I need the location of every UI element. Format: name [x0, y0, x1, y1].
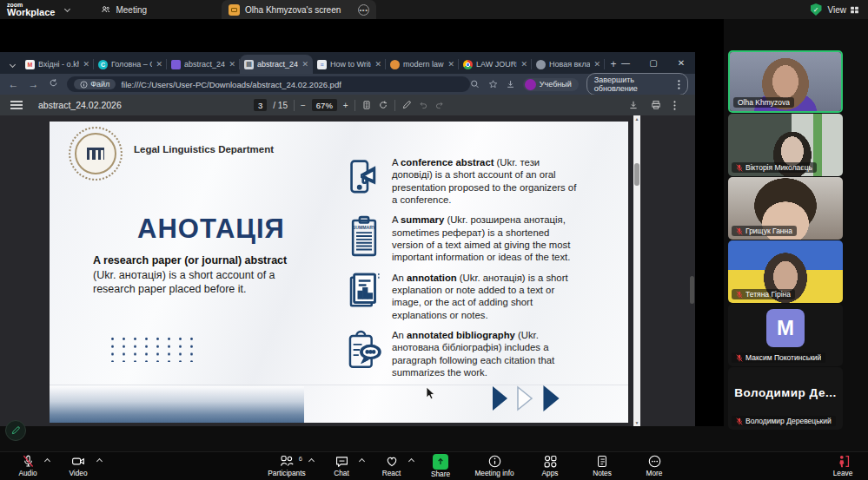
chevron-up-icon[interactable] — [408, 458, 414, 464]
back-button[interactable]: ← — [3, 78, 23, 90]
react-button[interactable]: React — [367, 452, 416, 480]
browser-tab-gmail[interactable]: M Вхідні - o.khm ✕ — [21, 55, 94, 74]
close-tab-icon[interactable]: ✕ — [520, 60, 527, 69]
participant-tile-olha[interactable]: Olha Khmyzova — [728, 50, 843, 113]
close-tab-icon[interactable]: ✕ — [301, 60, 308, 69]
forward-button[interactable]: → — [23, 78, 43, 90]
panel-divider-handle[interactable] — [690, 276, 694, 304]
close-tab-icon[interactable]: ✕ — [83, 60, 89, 69]
participant-name-label: Грищук Ганна — [732, 226, 797, 236]
rotate-icon[interactable] — [378, 100, 388, 110]
tab-search-chevron-icon[interactable] — [3, 55, 21, 74]
participants-count-badge: 6 — [299, 455, 302, 463]
pencil-icon — [10, 425, 21, 436]
annotate-pen-icon[interactable] — [401, 100, 412, 110]
gradient-bar — [50, 386, 304, 423]
notes-button[interactable]: Notes — [576, 452, 628, 480]
chat-button[interactable]: Chat — [316, 452, 367, 480]
chevron-up-icon[interactable] — [359, 458, 365, 464]
definition-summary: SUMMARY A summary (Ukr. розширена анотац… — [345, 214, 623, 263]
participant-name-label: Тетяна Гіріна — [732, 289, 795, 299]
search-icon[interactable] — [470, 79, 480, 89]
window-close-button[interactable]: ✕ — [667, 52, 695, 74]
participant-tile-tetiana[interactable]: Тетяна Гіріна — [728, 240, 843, 303]
scroll-up-icon[interactable]: ▲ — [633, 116, 640, 122]
slide-title: АНОТАЦІЯ — [107, 214, 315, 245]
video-button[interactable]: Video — [52, 452, 104, 480]
mic-muted-icon — [21, 454, 36, 469]
browser-tab-canva[interactable]: C Головна – Canv ✕ — [94, 55, 167, 74]
security-shield-icon[interactable]: ✓ — [811, 3, 822, 16]
close-tab-icon[interactable]: ✕ — [593, 60, 600, 69]
chevron-down-icon[interactable] — [64, 5, 70, 11]
avatar: M — [766, 309, 805, 347]
chevron-up-icon[interactable] — [308, 458, 315, 464]
audio-button[interactable]: Audio — [3, 452, 52, 480]
zoom-in-button[interactable]: + — [343, 101, 348, 110]
browser-tab-modern-law[interactable]: modern law jou ✕ — [386, 55, 459, 74]
share-button[interactable]: Share — [416, 452, 465, 480]
close-tab-icon[interactable]: ✕ — [447, 60, 454, 69]
participant-tile-maksym[interactable]: M Максим Покотинський — [728, 304, 843, 366]
participant-name-label: Володимир Деревецький — [732, 416, 836, 426]
url-field[interactable]: Файл file:///C:/Users/User-PC/Downloads/… — [67, 76, 470, 92]
mic-muted-icon — [736, 227, 743, 235]
browser-tab-abstract-1[interactable]: abstract_24.02.2 ✕ — [167, 55, 240, 74]
undo-icon[interactable] — [418, 100, 428, 110]
participant-tile-viktoriia[interactable]: Вікторія Миколаєць — [728, 114, 843, 176]
bookmark-star-icon[interactable] — [488, 79, 498, 89]
participants-button[interactable]: 6 Participants — [257, 452, 316, 480]
window-maximize-button[interactable]: ▢ — [639, 52, 667, 74]
pdf-menu-icon[interactable] — [10, 99, 23, 112]
apps-button[interactable]: Apps — [524, 452, 576, 480]
share-screen-icon — [433, 454, 448, 470]
page-number-input[interactable]: 3 — [254, 99, 267, 111]
view-button[interactable]: View — [828, 5, 860, 15]
leave-button[interactable]: Leave — [821, 452, 865, 480]
meeting-info-button[interactable]: Meeting info — [465, 452, 524, 480]
participant-tile-volodymyr[interactable]: Володимир Де... Володимир Деревецький — [728, 367, 843, 430]
close-tab-icon[interactable]: ✕ — [229, 60, 235, 69]
reload-button[interactable] — [43, 78, 63, 90]
zoom-level[interactable]: 67% — [312, 99, 337, 111]
mic-muted-icon — [736, 291, 743, 299]
play-arrow-outline-icon — [516, 385, 534, 411]
annotation-tool-button[interactable] — [5, 420, 26, 441]
browser-tab-how-to-write[interactable]: ≡ How to Write a ✕ — [313, 55, 386, 74]
redo-icon[interactable] — [434, 100, 445, 110]
scroll-down-icon[interactable]: ▼ — [633, 420, 640, 425]
window-minimize-button[interactable]: — — [612, 52, 639, 74]
fit-page-icon[interactable] — [361, 100, 372, 110]
tab-options-icon[interactable]: ••• — [358, 4, 369, 16]
browser-tab-strip: M Вхідні - o.khm ✕ C Головна – Canv ✕ ab… — [0, 52, 695, 74]
close-tab-icon[interactable]: ✕ — [156, 60, 162, 69]
print-icon[interactable] — [651, 100, 661, 110]
participant-name-label: Olha Khmyzova — [733, 97, 794, 108]
scrollbar-thumb[interactable] — [634, 163, 639, 186]
kebab-menu-icon[interactable] — [673, 101, 676, 110]
camera-icon — [70, 454, 86, 469]
browser-address-bar: ← → Файл file:///C:/Users/User-PC/Downlo… — [0, 74, 695, 95]
close-tab-icon[interactable]: ✕ — [374, 60, 381, 69]
chevron-up-icon[interactable] — [96, 458, 103, 464]
browser-profile-button[interactable]: Учебный — [523, 78, 579, 91]
tab-meeting[interactable]: Meeting — [101, 4, 147, 15]
mic-muted-icon — [736, 354, 743, 362]
browser-tab-law-journal[interactable]: LAW JOURNAL ✕ — [459, 55, 532, 74]
definition-conference-abstract: A conference abstract (Ukr. тези доповід… — [345, 156, 623, 206]
tab-shared-screen[interactable]: Olha Khmyzova's screen ••• — [222, 0, 376, 19]
more-button[interactable]: More — [628, 452, 680, 480]
department-title: Legal Linguistics Department — [134, 144, 274, 155]
pdf-toolbar: abstract_24.02.2026 3 / 15 − 67% + — [0, 95, 695, 115]
pdf-scrollbar[interactable]: ▲ ▼ — [633, 115, 640, 426]
finish-update-button[interactable]: Завершить обновление — [586, 73, 688, 95]
grid-view-icon — [850, 5, 859, 15]
zoom-out-button[interactable]: − — [301, 101, 306, 110]
download-icon[interactable] — [628, 100, 639, 110]
download-icon[interactable] — [506, 79, 515, 89]
browser-tab-abstract-active[interactable]: ▤ abstract_24.02.2 ✕ — [240, 55, 313, 74]
chevron-up-icon[interactable] — [44, 458, 50, 464]
chrome-favicon — [463, 60, 473, 69]
browser-tab-new[interactable]: Новая вкладка ✕ — [532, 55, 605, 74]
participant-tile-hanna[interactable]: Грищук Ганна — [728, 177, 843, 240]
